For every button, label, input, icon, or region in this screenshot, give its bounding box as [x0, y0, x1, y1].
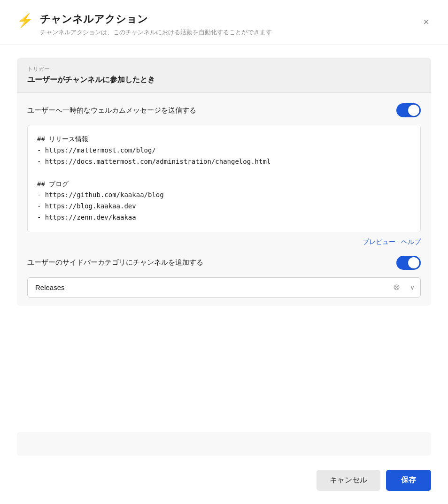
- sidebar-toggle[interactable]: [396, 256, 421, 270]
- cancel-button[interactable]: キャンセル: [317, 470, 380, 491]
- category-select-display[interactable]: Releases ⊗ ∨: [27, 277, 421, 298]
- preview-button[interactable]: プレビュー: [363, 238, 395, 246]
- category-select-container: Releases ⊗ ∨: [27, 277, 421, 298]
- bolt-icon: ⚡: [17, 14, 33, 27]
- trigger-section: トリガー ユーザーがチャンネルに参加したとき: [17, 58, 431, 93]
- close-button[interactable]: ×: [421, 15, 431, 29]
- trigger-value: ユーザーがチャンネルに参加したとき: [27, 75, 421, 85]
- modal-header: ⚡ チャンネルアクション チャンネルアクションは、このチャンネルにおける活動を自…: [0, 0, 448, 45]
- modal-subtitle: チャンネルアクションは、このチャンネルにおける活動を自動化することができます: [40, 28, 272, 37]
- bottom-section-partial: [17, 432, 431, 456]
- category-select-clear-button[interactable]: ⊗: [391, 282, 402, 292]
- clear-icon: ⊗: [393, 282, 400, 292]
- save-button[interactable]: 保存: [386, 470, 431, 491]
- preview-help-row: プレビュー ヘルプ: [27, 238, 421, 246]
- help-button[interactable]: ヘルプ: [401, 238, 421, 246]
- modal-body: トリガー ユーザーがチャンネルに参加したとき ユーザーへ一時的なウェルカムメッセ…: [0, 45, 448, 432]
- main-card: トリガー ユーザーがチャンネルに参加したとき ユーザーへ一時的なウェルカムメッセ…: [17, 58, 431, 305]
- welcome-toggle-label: ユーザーへ一時的なウェルカムメッセージを送信する: [27, 106, 389, 115]
- sidebar-toggle-slider: [396, 256, 421, 270]
- chevron-down-icon: ∨: [410, 283, 415, 291]
- sidebar-toggle-label: ユーザーのサイドバーカテゴリにチャンネルを追加する: [27, 258, 389, 267]
- modal-container: ⚡ チャンネルアクション チャンネルアクションは、このチャンネルにおける活動を自…: [0, 0, 448, 504]
- welcome-toggle-slider: [396, 103, 421, 117]
- welcome-toggle-row: ユーザーへ一時的なウェルカムメッセージを送信する: [27, 103, 421, 117]
- category-select-value: Releases: [35, 283, 397, 291]
- modal-title: チャンネルアクション: [40, 13, 272, 25]
- trigger-label: トリガー: [27, 65, 421, 73]
- sidebar-toggle-row: ユーザーのサイドバーカテゴリにチャンネルを追加する: [27, 256, 421, 270]
- modal-footer: キャンセル 保存: [0, 460, 448, 504]
- modal-title-block: チャンネルアクション チャンネルアクションは、このチャンネルにおける活動を自動化…: [40, 13, 272, 37]
- welcome-message-box[interactable]: ## リリース情報 - https://mattermost.com/blog/…: [27, 125, 421, 232]
- welcome-toggle[interactable]: [396, 103, 421, 117]
- card-content: ユーザーへ一時的なウェルカムメッセージを送信する ## リリース情報 - htt…: [17, 93, 431, 305]
- modal-header-left: ⚡ チャンネルアクション チャンネルアクションは、このチャンネルにおける活動を自…: [17, 13, 272, 37]
